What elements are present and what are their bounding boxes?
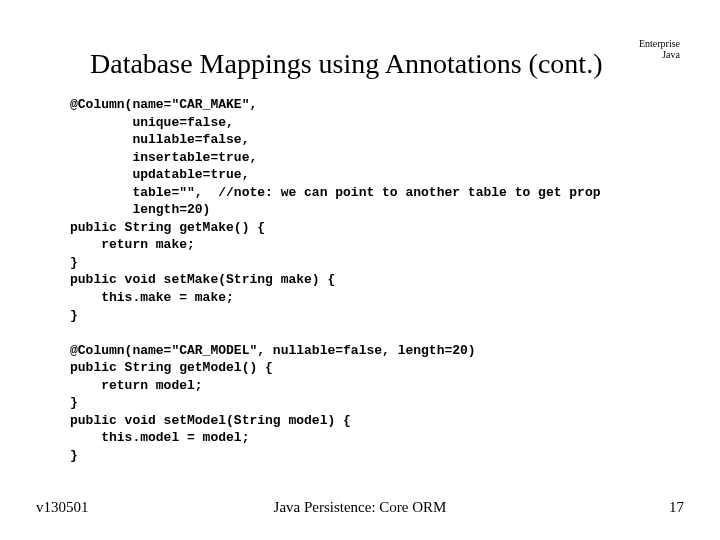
footer-title: Java Persistence: Core ORM [0, 499, 720, 516]
slide-title: Database Mappings using Annotations (con… [90, 48, 602, 80]
slide: Database Mappings using Annotations (con… [0, 0, 720, 540]
corner-line-1: Enterprise [639, 38, 680, 49]
footer-page-number: 17 [669, 499, 684, 516]
corner-line-2: Java [639, 49, 680, 60]
code-block: @Column(name="CAR_MAKE", unique=false, n… [70, 96, 690, 464]
corner-label: Enterprise Java [639, 38, 680, 60]
